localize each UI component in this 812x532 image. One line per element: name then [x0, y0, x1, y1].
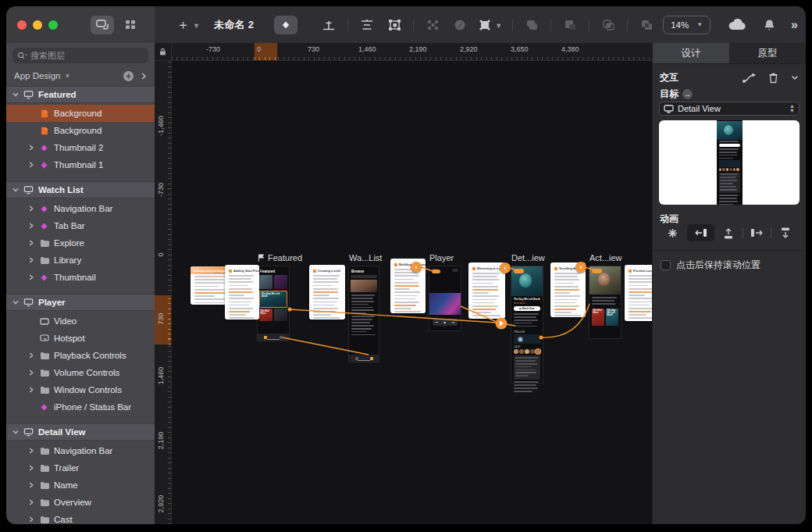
trash-icon[interactable]: [768, 72, 778, 84]
note-card-creating-a-link[interactable]: Creating a Link: [309, 265, 345, 320]
difference-button[interactable]: [638, 16, 655, 34]
anim-slide-from-top-button[interactable]: [771, 224, 800, 241]
union-button[interactable]: [523, 16, 540, 34]
layer-row[interactable]: Background: [6, 105, 155, 122]
expand-chevron-icon[interactable]: [28, 274, 34, 280]
anim-slide-from-bottom-button[interactable]: [714, 224, 743, 241]
layer-row[interactable]: Name: [6, 477, 155, 494]
expand-chevron-icon[interactable]: [28, 448, 34, 454]
notifications-button[interactable]: [764, 19, 775, 31]
zoom-window-button[interactable]: [48, 20, 58, 30]
checkbox[interactable]: [661, 260, 671, 270]
cloud-sync-button[interactable]: [728, 19, 746, 30]
artboard-featured[interactable]: Featured Featured The Day We Left Earth …: [258, 266, 289, 341]
artboard-group-row[interactable]: Player: [6, 294, 155, 311]
layer-row[interactable]: Hotspot: [6, 330, 155, 347]
tab-prototype[interactable]: 原型: [729, 43, 806, 63]
cast-avatars[interactable]: [514, 349, 540, 354]
layer-row[interactable]: iPhone / Status Bar: [6, 398, 155, 416]
add-page-button[interactable]: [123, 70, 134, 82]
artboard-group-row[interactable]: Detail View: [6, 423, 155, 441]
minimize-window-button[interactable]: [33, 20, 42, 30]
ruler-corner[interactable]: [155, 43, 172, 61]
horizontal-ruler[interactable]: -73007301,4602,1902,9203,6504,380: [172, 43, 652, 61]
layer-row[interactable]: Tab Bar: [6, 217, 155, 234]
artboard-watch-list[interactable]: Wa...List Browse: [349, 266, 379, 362]
note-card-preview-locations[interactable]: Preview Locations: [625, 265, 652, 321]
card-back-button[interactable]: ‹: [575, 262, 586, 273]
layer-row[interactable]: Cast: [6, 511, 155, 524]
expand-chevron-icon[interactable]: [28, 482, 34, 488]
artboard-detail-view[interactable]: Det...iew The Day We Left Earth ★★★★☆ ▶ …: [511, 266, 543, 383]
collapse-chevron-icon[interactable]: [12, 429, 19, 435]
collapse-chevron-icon[interactable]: [12, 299, 19, 305]
expand-chevron-icon[interactable]: [28, 352, 34, 359]
expand-chevron-icon[interactable]: [28, 257, 34, 263]
artboard-group-row[interactable]: Featured: [6, 86, 155, 103]
toolbar-overflow-button[interactable]: »: [791, 18, 798, 32]
note-card-returning[interactable]: Returning to a previous Artboard: [468, 262, 505, 319]
expand-chevron-icon[interactable]: [28, 223, 34, 229]
smart-layout-button[interactable]: [424, 16, 441, 34]
card-back-button[interactable]: ‹: [411, 262, 422, 273]
expand-chevron-icon[interactable]: [28, 145, 34, 151]
search-layers-input[interactable]: 搜索图层: [12, 48, 148, 63]
artboard-title[interactable]: Player: [429, 253, 454, 262]
mask-button[interactable]: ▼: [479, 16, 502, 34]
align-button[interactable]: [358, 16, 376, 34]
anim-slide-from-right-button[interactable]: [687, 224, 715, 241]
layer-row[interactable]: Thumbnail 1: [6, 156, 155, 173]
red-poster[interactable]: The Red River: [592, 309, 604, 326]
expand-pages-icon[interactable]: [141, 72, 147, 80]
expand-chevron-icon[interactable]: [28, 465, 34, 471]
target-dropdown[interactable]: Detail View ▲▼: [659, 102, 800, 116]
insert-button[interactable]: ＋: [176, 16, 190, 34]
layer-row[interactable]: Volume Controls: [6, 364, 155, 381]
expand-chevron-icon[interactable]: [28, 499, 34, 505]
subtract-button[interactable]: [561, 16, 579, 34]
linked-cast-avatar[interactable]: [536, 349, 540, 354]
page-selector[interactable]: App Design ▼: [6, 68, 155, 84]
expand-chevron-icon[interactable]: [28, 162, 34, 168]
layer-row[interactable]: Navigation Bar: [6, 442, 155, 459]
tint-button[interactable]: [451, 16, 468, 34]
tab-design[interactable]: 设计: [653, 43, 729, 63]
intersect-button[interactable]: [600, 16, 617, 34]
collapse-chevron-icon[interactable]: [791, 75, 799, 80]
insert-chevron-icon[interactable]: ▼: [193, 22, 200, 30]
layer-row[interactable]: Window Controls: [6, 381, 155, 398]
card-back-button[interactable]: ‹: [500, 262, 511, 273]
trailer-thumbnail[interactable]: [514, 334, 540, 344]
artboard-title[interactable]: Wa...List: [349, 253, 382, 262]
layer-row[interactable]: Navigation Bar: [6, 200, 155, 217]
grid-view-toggle-button[interactable]: [119, 16, 142, 34]
distribute-button[interactable]: [320, 16, 337, 34]
layer-row[interactable]: Library: [6, 252, 155, 269]
expand-chevron-icon[interactable]: [28, 205, 34, 212]
create-symbol-button[interactable]: [274, 16, 297, 34]
layer-row[interactable]: Playback Controls: [6, 347, 155, 364]
expand-chevron-icon[interactable]: [28, 240, 34, 246]
close-window-button[interactable]: [17, 20, 27, 30]
selected-poster[interactable]: The Day We Left Earth: [259, 291, 287, 308]
collapse-chevron-icon[interactable]: [12, 91, 19, 98]
expand-chevron-icon[interactable]: [28, 516, 34, 523]
anim-slide-from-left-button[interactable]: [743, 224, 771, 241]
edit-shape-button[interactable]: [386, 16, 403, 34]
watch-now-button[interactable]: ▶ Watch Now: [514, 306, 540, 311]
vertical-ruler[interactable]: -1,460-73007301,4602,1902,920: [155, 61, 172, 524]
layer-row[interactable]: Thumbnail 2: [6, 139, 155, 156]
artboard-title[interactable]: Det...iew: [511, 253, 545, 262]
layer-row[interactable]: Overview: [6, 494, 155, 511]
collapse-chevron-icon[interactable]: [12, 187, 19, 193]
prototype-link-icon[interactable]: [742, 72, 757, 84]
layer-row[interactable]: Explore: [6, 234, 155, 252]
maintain-scroll-checkbox-row[interactable]: 点击后保持滚动位置: [661, 259, 760, 272]
teal-poster[interactable]: The Day We Left Earth: [606, 309, 618, 326]
note-card-adding-start-points[interactable]: Adding Start Points: [225, 265, 259, 320]
zoom-level-dropdown[interactable]: 14% ▼: [663, 16, 710, 34]
artboard-actor-view[interactable]: Act...iew The Red River The Day We Left …: [589, 266, 621, 338]
layer-row[interactable]: Video: [6, 312, 155, 330]
canvas-view-toggle-button[interactable]: [91, 16, 114, 34]
video-layer[interactable]: [429, 293, 461, 315]
